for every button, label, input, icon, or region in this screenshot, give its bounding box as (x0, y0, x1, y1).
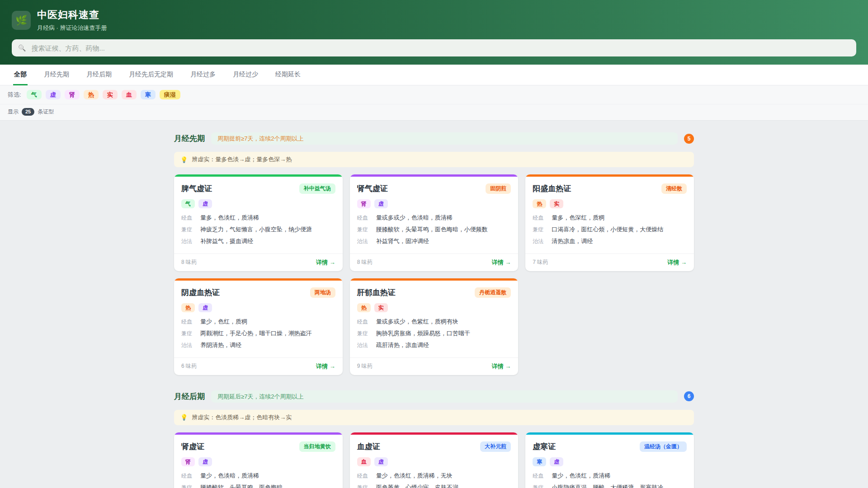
formula-badge: 补中益气汤 (299, 183, 335, 193)
syndrome-card[interactable]: 肾虚证 当归地黄饮 肾虚 经血 量少，色淡暗，质清稀 兼症 腰膝酸软，头晕耳鸣，… (174, 432, 343, 488)
tab-0[interactable]: 全部 (13, 65, 28, 85)
card-body: 肾虚证 当归地黄饮 肾虚 经血 量少，色淡暗，质清稀 兼症 腰膝酸软，头晕耳鸣，… (174, 435, 343, 488)
syndrome-card[interactable]: 血虚证 大补元煎 血虚 经血 量少，色淡红，质清稀，无块 兼症 面色萎黄，心悸少… (350, 432, 519, 488)
card-row: 经血 量或多或少，色紫红，质稠有块 (357, 318, 511, 326)
filter-label: 筛选: (8, 91, 21, 99)
tab-3[interactable]: 月经先后无定期 (128, 65, 174, 85)
syndrome-card[interactable]: 阴虚血热证 两地汤 热虚 经血 量少，色红，质稠 兼症 两颧潮红，手足心热，咽干… (174, 278, 343, 375)
row-text: 神疲乏力，气短懒言，小腹空坠，纳少便溏 (200, 225, 312, 234)
row-text: 量少，色淡暗，质清稀 (200, 472, 259, 480)
section-title: 月经后期 (174, 391, 205, 402)
row-text: 口渴喜冷，面红心烦，小便短黄，大便燥结 (552, 225, 663, 234)
syndrome-card[interactable]: 阳盛血热证 清经散 热实 经血 量多，色深红，质稠 兼症 口渴喜冷，面红心烦，小… (525, 174, 694, 271)
card-tags: 血虚 (357, 457, 511, 466)
attribute-tag: 血 (357, 457, 371, 466)
card-row: 治法 疏肝清热，凉血调经 (357, 341, 511, 350)
row-text: 量少，色红，质稠 (200, 318, 247, 326)
detail-link[interactable]: 详情 → (667, 258, 687, 267)
card-row: 经血 量少，色淡红，质清稀 (533, 472, 687, 480)
card-rows: 经血 量少，色淡暗，质清稀 兼症 腰膝酸软，头晕耳鸣，面色晦暗 治法 益肾养血，… (181, 472, 335, 488)
row-text: 疏肝清热，凉血调经 (376, 341, 429, 350)
card-body: 阳盛血热证 清经散 热实 经血 量多，色深红，质稠 兼症 口渴喜冷，面红心烦，小… (525, 177, 694, 253)
filter-tag[interactable]: 实 (103, 90, 118, 99)
card-title-row: 血虚证 大补元煎 (357, 441, 511, 452)
filter-tag[interactable]: 寒 (141, 90, 156, 99)
herb-count: 7 味药 (533, 258, 548, 266)
header-top: 🌿 中医妇科速查 月经病 · 辨证论治速查手册 (12, 8, 856, 32)
row-label: 治法 (181, 237, 200, 246)
formula-badge: 温经汤（金匮） (640, 441, 687, 451)
card-tags: 肾虚 (357, 199, 511, 208)
detail-link[interactable]: 详情 → (492, 258, 511, 267)
herb-count: 6 味药 (181, 362, 197, 370)
tab-4[interactable]: 月经过多 (189, 65, 217, 85)
card-rows: 经血 量多，色淡红，质清稀 兼症 神疲乏力，气短懒言，小腹空坠，纳少便溏 治法 … (181, 214, 335, 246)
card-tags: 气虚 (181, 199, 335, 208)
filter-tag[interactable]: 血 (122, 90, 137, 99)
detail-link[interactable]: 详情 → (492, 362, 511, 371)
row-text: 量多，色淡红，质清稀 (200, 214, 259, 222)
tab-2[interactable]: 月经后期 (85, 65, 113, 85)
card-row: 兼症 面色萎黄，心悸少寐，皮肤不润 (357, 483, 511, 488)
row-label: 兼症 (533, 483, 552, 488)
card-tags: 热实 (533, 199, 687, 208)
bulb-icon: 💡 (180, 414, 188, 421)
attribute-tag: 实 (550, 199, 563, 208)
filter-tag[interactable]: 肾 (65, 90, 80, 99)
row-text: 补益肾气，固冲调经 (376, 237, 429, 246)
detail-link[interactable]: 详情 → (316, 362, 335, 371)
card-row: 兼症 两颧潮红，手足心热，咽干口燥，潮热盗汗 (181, 329, 335, 338)
row-label: 经血 (533, 214, 552, 222)
card-row: 治法 补益肾气，固冲调经 (357, 237, 511, 246)
card-rows: 经血 量或多或少，色淡暗，质清稀 兼症 腰膝酸软，头晕耳鸣，面色晦暗，小便频数 … (357, 214, 511, 246)
syndrome-card[interactable]: 虚寒证 温经汤（金匮） 寒虚 经血 量少，色淡红，质清稀 兼症 小腹隐痛喜温，腰… (525, 432, 694, 488)
filter-tag[interactable]: 热 (84, 90, 99, 99)
section-note: 周期延后≥7天，连续2个周期以上 (211, 390, 678, 403)
filter-tag[interactable]: 虚 (46, 90, 61, 99)
attribute-tag: 虚 (374, 199, 388, 208)
tip-text: 辨虚实：量多色淡→虚；量多色深→热 (192, 155, 292, 164)
row-label: 治法 (181, 341, 200, 350)
syndrome-card[interactable]: 肾气虚证 固阴煎 肾虚 经血 量或多或少，色淡暗，质清稀 兼症 腰膝酸软，头晕耳… (350, 174, 519, 271)
attribute-tag: 虚 (198, 457, 212, 466)
card-tags: 热实 (357, 303, 511, 312)
filter-tag[interactable]: 气 (27, 90, 42, 99)
row-label: 兼症 (533, 225, 552, 234)
row-text: 量或多或少，色紫红，质稠有块 (376, 318, 458, 326)
syndrome-card[interactable]: 肝郁血热证 丹栀逍遥散 热实 经血 量或多或少，色紫红，质稠有块 兼症 胸胁乳房… (350, 278, 519, 375)
bulb-icon: 💡 (180, 156, 188, 163)
attribute-tag: 热 (357, 303, 371, 312)
row-label: 经血 (357, 318, 376, 326)
tab-bar: 全部月经先期月经后期月经先后无定期月经过多月经过少经期延长 (0, 65, 868, 85)
row-label: 经血 (357, 472, 376, 480)
card-body: 血虚证 大补元煎 血虚 经血 量少，色淡红，质清稀，无块 兼症 面色萎黄，心悸少… (350, 435, 519, 488)
attribute-tag: 气 (181, 199, 195, 208)
formula-badge: 丹栀逍遥散 (475, 287, 511, 297)
filter-tag[interactable]: 痰湿 (160, 90, 180, 99)
row-label: 经血 (181, 214, 200, 222)
tab-5[interactable]: 月经过少 (232, 65, 259, 85)
card-body: 肝郁血热证 丹栀逍遥散 热实 经血 量或多或少，色紫红，质稠有块 兼症 胸胁乳房… (350, 281, 519, 357)
row-text: 两颧潮红，手足心热，咽干口燥，潮热盗汗 (200, 329, 312, 338)
row-text: 腰膝酸软，头晕耳鸣，面色晦暗，小便频数 (376, 225, 488, 234)
row-label: 经血 (181, 472, 200, 480)
app-logo: 🌿 (12, 11, 31, 30)
app: 🌿 中医妇科速查 月经病 · 辨证论治速查手册 🔍 全部月经先期月经后期月经先后… (0, 0, 868, 488)
formula-badge: 清经散 (661, 183, 687, 193)
tab-6[interactable]: 经期延长 (274, 65, 302, 85)
card-footer: 8 味药 详情 → (174, 253, 343, 271)
search-input[interactable] (30, 44, 850, 52)
search-bar[interactable]: 🔍 (12, 39, 856, 56)
app-header: 🌿 中医妇科速查 月经病 · 辨证论治速查手册 🔍 (0, 0, 868, 65)
attribute-tag: 实 (374, 303, 388, 312)
tab-1[interactable]: 月经先期 (43, 65, 70, 85)
card-grid: 脾气虚证 补中益气汤 气虚 经血 量多，色淡红，质清稀 兼症 神疲乏力，气短懒言… (174, 174, 694, 375)
row-label: 治法 (357, 341, 376, 350)
card-body: 脾气虚证 补中益气汤 气虚 经血 量多，色淡红，质清稀 兼症 神疲乏力，气短懒言… (174, 177, 343, 253)
card-row: 治法 补脾益气，摄血调经 (181, 237, 335, 246)
syndrome-card[interactable]: 脾气虚证 补中益气汤 气虚 经血 量多，色淡红，质清稀 兼症 神疲乏力，气短懒言… (174, 174, 343, 271)
card-row: 兼症 口渴喜冷，面红心烦，小便短黄，大便燥结 (533, 225, 687, 234)
attribute-tag: 虚 (374, 457, 388, 466)
detail-link[interactable]: 详情 → (316, 258, 335, 267)
card-title-row: 肾虚证 当归地黄饮 (181, 441, 335, 452)
